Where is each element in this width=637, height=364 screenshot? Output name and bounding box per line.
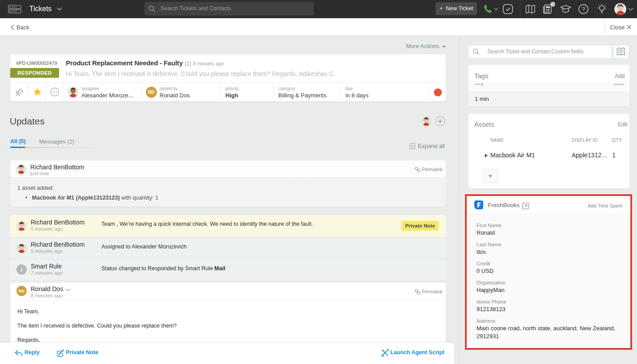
svg-text:?: ?: [582, 6, 585, 12]
